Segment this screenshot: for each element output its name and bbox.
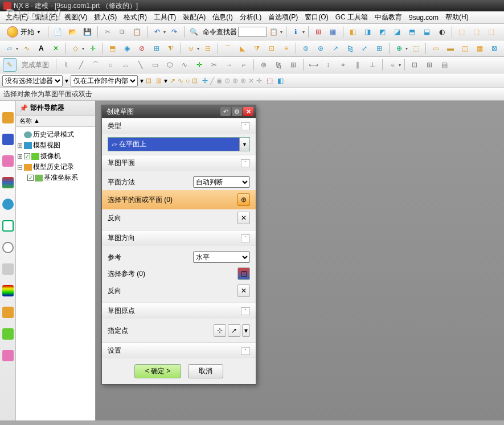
reverse-icon[interactable]: ✕ <box>237 212 250 224</box>
cube1-icon[interactable]: ◧ <box>346 25 360 39</box>
point-icon[interactable]: ✕ <box>49 42 63 55</box>
ok-button[interactable]: < 确定 > <box>134 364 182 378</box>
menu-window[interactable]: 窗口(O) <box>301 11 331 23</box>
save-icon[interactable]: 💾 <box>81 25 95 39</box>
mirrorc-icon[interactable]: ⧎ <box>272 58 285 72</box>
feat6-icon[interactable]: ▦ <box>473 42 487 55</box>
sf1-icon[interactable]: ⊡ <box>146 77 151 85</box>
line-icon[interactable]: ╱ <box>74 58 88 72</box>
corner-icon[interactable]: ⌐ <box>237 58 251 72</box>
cut-icon[interactable]: ✂ <box>101 25 114 39</box>
tree-item-model-history[interactable]: ⊟ 模型历史记录 <box>17 162 94 172</box>
cmd-find-icon[interactable]: 🔍 <box>187 25 201 39</box>
tree-item-model-views[interactable]: ⊞ 模型视图 <box>17 140 94 151</box>
feat3-icon[interactable]: ▭ <box>429 42 442 55</box>
res-role3-icon[interactable] <box>2 350 14 361</box>
ctan-icon[interactable]: ⌖ <box>336 58 350 72</box>
cube5-icon[interactable]: ⬒ <box>405 25 419 39</box>
menu-info[interactable]: 信息(I) <box>209 11 236 23</box>
menu-analysis[interactable]: 分析(L) <box>236 11 265 23</box>
sf9-icon[interactable]: ◉ <box>216 77 222 85</box>
pattern-icon[interactable]: ⊞ <box>150 42 163 55</box>
arc-icon[interactable]: ⌒ <box>89 58 103 72</box>
paste-icon[interactable]: 📋 <box>130 25 144 39</box>
spline-icon[interactable]: ∿ <box>178 58 191 72</box>
orient-reverse-icon[interactable]: ✕ <box>237 284 250 297</box>
offset3-icon[interactable]: ⊚ <box>257 58 271 72</box>
sf12-icon[interactable]: ⊗ <box>240 77 246 85</box>
poly-icon[interactable]: ⬡ <box>163 58 177 72</box>
sf16-icon[interactable]: ◧ <box>277 77 284 85</box>
plane-method-select[interactable]: 自动判断 <box>193 176 250 188</box>
selection-filter-select[interactable]: 没有选择过滤器 <box>2 75 63 86</box>
section-origin-header[interactable]: 草图原点 ˆ <box>102 303 256 319</box>
cref-icon[interactable]: ↕ <box>321 58 335 72</box>
res-web-icon[interactable] <box>2 220 14 232</box>
constr3-icon[interactable]: ▤ <box>437 58 451 72</box>
wire3-icon[interactable]: ⬚ <box>485 25 498 39</box>
feat7-icon[interactable]: ⊠ <box>487 42 501 55</box>
menu-pref[interactable]: 首选项(P) <box>265 11 301 23</box>
grid-icon[interactable]: ▦ <box>326 25 340 39</box>
res-constraint-icon[interactable] <box>2 155 14 167</box>
extrude-icon[interactable]: ⬒ <box>105 42 119 55</box>
draft-icon[interactable]: ⧩ <box>250 42 264 55</box>
start-button[interactable]: 开始 ▼ <box>3 25 45 39</box>
shell-icon[interactable]: ⊡ <box>265 42 278 55</box>
dim-icon[interactable]: ⟐ <box>386 58 399 72</box>
sketch-type-combo[interactable]: ▱在平面上 ▼ <box>108 137 250 151</box>
dialog-close-icon[interactable]: ✕ <box>243 107 253 116</box>
info-icon[interactable]: ℹ <box>289 25 303 39</box>
sf7-icon[interactable]: ✢ <box>202 77 208 85</box>
thick-icon[interactable]: ≡ <box>280 42 293 55</box>
cube3-icon[interactable]: ◩ <box>376 25 390 39</box>
cube6-icon[interactable]: ⬓ <box>420 25 434 39</box>
instance-icon[interactable]: ⊞ <box>372 42 386 55</box>
mirror-icon[interactable]: ⧎ <box>343 42 357 55</box>
tree-item-cameras[interactable]: ⊞✓ 摄像机 <box>17 151 94 162</box>
unite-icon[interactable]: ⊎ <box>184 42 198 55</box>
res-library-icon[interactable] <box>2 177 14 188</box>
trim-icon[interactable]: ⊟ <box>201 42 215 55</box>
cpar-icon[interactable]: ∥ <box>351 58 364 72</box>
section-plane-header[interactable]: 草图平面 ˆ <box>102 155 256 171</box>
redo-icon[interactable]: ↷ <box>167 25 181 39</box>
pt-icon[interactable]: ✛ <box>192 58 206 72</box>
section-type-header[interactable]: 类型 ˆ <box>102 118 256 134</box>
sf11-icon[interactable]: ⊕ <box>232 77 238 85</box>
text-icon[interactable]: A <box>35 42 48 55</box>
menu-edit[interactable]: 编辑(E) <box>31 11 61 23</box>
circle-icon[interactable]: ○ <box>104 58 117 72</box>
offset2-icon[interactable]: ⊛ <box>314 42 327 55</box>
datum-icon[interactable]: ◇ <box>69 42 83 55</box>
ref-select[interactable]: 水平 <box>193 251 250 263</box>
fillet-icon[interactable]: ⌓ <box>118 58 132 72</box>
sphere-icon[interactable]: ◐ <box>435 25 449 39</box>
menu-zhonglei[interactable]: 中磊教育 <box>371 11 405 23</box>
feat4-icon[interactable]: ▬ <box>444 42 457 55</box>
res-navigator-icon[interactable] <box>2 112 14 123</box>
open-icon[interactable]: 📂 <box>66 25 80 39</box>
pattc-icon[interactable]: ⊞ <box>286 58 300 72</box>
offset-icon[interactable]: ⊚ <box>299 42 313 55</box>
cmd-find-input[interactable] <box>238 27 267 37</box>
constr-icon[interactable]: ⊡ <box>408 58 421 72</box>
sf6-icon[interactable]: ⊡ <box>192 77 198 85</box>
res-reuse-icon[interactable] <box>2 199 14 210</box>
cube2-icon[interactable]: ◨ <box>361 25 375 39</box>
res-history-icon[interactable] <box>2 242 14 253</box>
profile-icon[interactable]: ⌇ <box>59 58 73 72</box>
extend-icon[interactable]: → <box>222 58 236 72</box>
sf3-icon[interactable]: ↗ <box>170 77 175 85</box>
chamferc-icon[interactable]: ╲ <box>133 58 147 72</box>
select-face-row[interactable]: 选择平的面或平面 (0) ⊕ <box>102 190 256 209</box>
select-ref-icon[interactable]: ◫ <box>237 267 250 280</box>
point-dialog-icon[interactable]: ↗ <box>228 324 240 337</box>
target-icon[interactable]: ⊕ <box>237 193 250 206</box>
finish-sketch-button[interactable]: 完成草图 <box>18 58 53 72</box>
trim2-icon[interactable]: ✂ <box>207 58 221 72</box>
res-role1-icon[interactable] <box>2 307 14 318</box>
res-role2-icon[interactable] <box>2 328 14 340</box>
tree-item-datum-csys[interactable]: ✓ 基准坐标系 <box>17 172 94 183</box>
sf10-icon[interactable]: ⊙ <box>224 77 230 85</box>
